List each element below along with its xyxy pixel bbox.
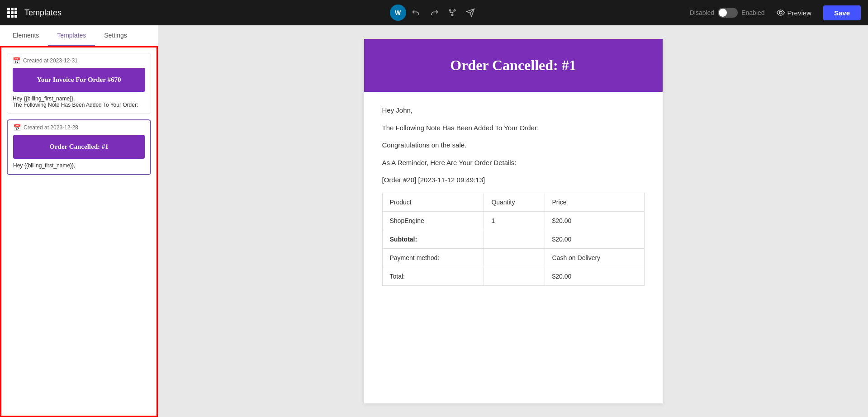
template-card-1-preview: Your Invoice For Order #670 (13, 68, 145, 92)
sidebar-tabs: Elements Templates Settings (0, 25, 158, 46)
total-label: Total: (382, 267, 484, 285)
payment-value: Cash on Delivery (545, 248, 644, 267)
col-price: Price (545, 193, 644, 211)
undo-button[interactable] (408, 5, 424, 20)
sidebar-content: 📅 Created at 2023-12-31 Your Invoice For… (0, 46, 158, 417)
email-header-title: Order Cancelled: #1 (378, 57, 649, 74)
email-body: Hey John, The Following Note Has Been Ad… (364, 92, 663, 303)
sidebar: Elements Templates Settings 📅 Created at… (0, 25, 158, 417)
tab-templates[interactable]: Templates (48, 25, 95, 46)
preview-label: Preview (787, 9, 811, 17)
disabled-label: Disabled (690, 9, 714, 16)
template-card-1-body: Hey {{billing_first_name}}, The Followin… (7, 92, 151, 114)
email-header: Order Cancelled: #1 (364, 39, 663, 92)
order-id-line: [Order #20] [2023-11-12 09:49:13] (382, 175, 645, 185)
grid-menu-icon[interactable] (7, 8, 17, 18)
order-table: Product Quantity Price ShopEngine 1 $20.… (382, 193, 645, 286)
toggle-switch[interactable] (718, 8, 738, 18)
template-card-1-date: Created at 2023-12-31 (23, 57, 78, 64)
payment-row: Payment method: Cash on Delivery (382, 248, 644, 267)
wordpress-icon[interactable]: W (390, 5, 406, 21)
template-card-2-preview: Order Cancelled: #1 (13, 135, 145, 159)
tab-elements[interactable]: Elements (4, 25, 48, 46)
subtotal-row: Subtotal: $20.00 (382, 230, 644, 248)
save-button[interactable]: Save (823, 5, 861, 20)
template-card-2-header: 📅 Created at 2023-12-28 (8, 120, 150, 135)
top-bar: Templates W Disabled Enabled Preview Sav… (0, 0, 868, 25)
preview-button[interactable]: Preview (772, 6, 816, 19)
top-bar-right: Disabled Enabled Preview Save (690, 5, 861, 20)
subtotal-label: Subtotal: (390, 236, 417, 243)
product-name: ShopEngine (382, 211, 484, 230)
main-layout: Elements Templates Settings 📅 Created at… (0, 25, 868, 417)
template-card-1[interactable]: 📅 Created at 2023-12-31 Your Invoice For… (7, 53, 151, 114)
enabled-label: Enabled (741, 9, 764, 16)
note-line: The Following Note Has Been Added To You… (382, 123, 645, 133)
preview-area: Order Cancelled: #1 Hey John, The Follow… (158, 25, 868, 417)
svg-point-2 (451, 14, 453, 15)
reminder-line: As A Reminder, Here Are Your Order Detai… (382, 158, 645, 168)
toolbar-center: W (390, 5, 479, 21)
svg-point-1 (454, 9, 455, 11)
payment-label: Payment method: (382, 248, 484, 267)
tab-settings[interactable]: Settings (95, 25, 136, 46)
template-card-2-date: Created at 2023-12-28 (24, 124, 78, 131)
svg-point-0 (449, 9, 451, 11)
email-preview: Order Cancelled: #1 Hey John, The Follow… (364, 39, 663, 403)
subtotal-value: $20.00 (545, 230, 644, 248)
template-card-2-body: Hey {{billing_first_name}}, (8, 159, 150, 174)
template-card-1-header: 📅 Created at 2023-12-31 (7, 53, 151, 68)
toggle-group: Disabled Enabled (690, 8, 765, 18)
product-qty: 1 (484, 211, 545, 230)
calendar-icon-2: 📅 (13, 124, 21, 131)
table-row: ShopEngine 1 $20.00 (382, 211, 644, 230)
congrats-line: Congratulations on the sale. (382, 140, 645, 151)
svg-point-3 (779, 11, 782, 14)
total-row: Total: $20.00 (382, 267, 644, 285)
fork-button[interactable] (444, 5, 460, 20)
product-price: $20.00 (545, 211, 644, 230)
col-quantity: Quantity (484, 193, 545, 211)
col-product: Product (382, 193, 484, 211)
greeting-text: Hey John, (382, 105, 645, 116)
app-title: Templates (24, 8, 62, 18)
total-value: $20.00 (545, 267, 644, 285)
template-card-2[interactable]: 📅 Created at 2023-12-28 Order Cancelled:… (7, 119, 151, 175)
send-button[interactable] (462, 5, 479, 20)
redo-button[interactable] (426, 5, 442, 20)
calendar-icon-1: 📅 (13, 57, 20, 64)
